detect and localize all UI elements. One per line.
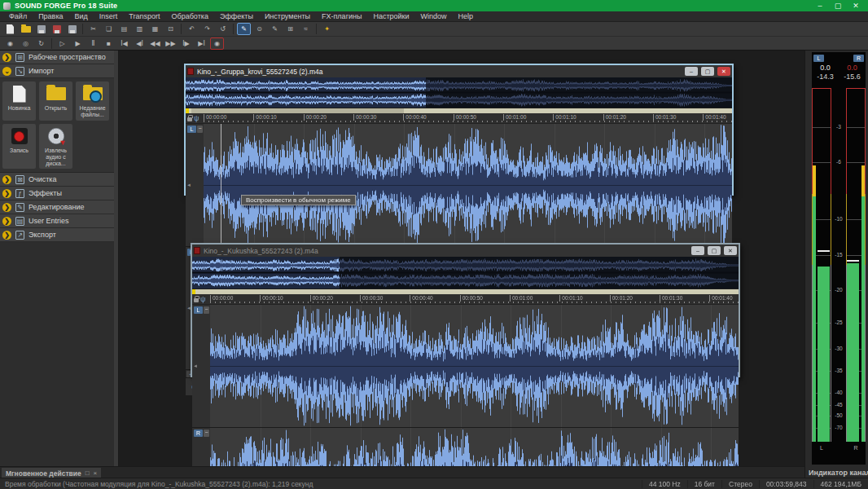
- loop-start-marker[interactable]: [192, 289, 195, 294]
- doc-title-bar[interactable]: Kino_-_Gruppa_krovi_55527245 (2).m4a–▢✕: [186, 65, 732, 77]
- menu-1[interactable]: Файл: [3, 11, 33, 22]
- menu-8[interactable]: Инструменты: [259, 11, 316, 22]
- new-file-icon[interactable]: [3, 23, 17, 35]
- next-marker-icon[interactable]: Ⅰ▶: [179, 37, 193, 50]
- go-to-start-icon[interactable]: Ⅰ◀: [117, 37, 131, 50]
- document-window-1[interactable]: Kino_-_Gruppa_krovi_55527245 (2).m4a–▢✕ψ…: [184, 64, 734, 196]
- tuning-fork-icon[interactable]: ψ: [194, 115, 199, 122]
- chevron-right-icon[interactable]: ❯: [2, 231, 11, 240]
- play-all-icon[interactable]: ▷: [55, 37, 69, 50]
- play-icon[interactable]: ▶: [71, 37, 85, 50]
- chevron-down-icon[interactable]: ⌄: [2, 67, 11, 76]
- menu-7[interactable]: Эффекты: [214, 11, 259, 22]
- stop-icon[interactable]: ■: [102, 37, 116, 50]
- undo-icon[interactable]: ↶: [185, 23, 199, 35]
- loop-start-marker[interactable]: [186, 108, 189, 113]
- chevron-right-icon[interactable]: ❯: [2, 217, 11, 226]
- forward-icon[interactable]: ▶▶: [164, 37, 178, 50]
- sidebar-section-2[interactable]: ⌄↘Импорт: [0, 64, 114, 78]
- time-ruler[interactable]: ψ00:00:0000:00:1000:00:2000:00:3000:00:4…: [192, 294, 739, 305]
- doc-maximize-button[interactable]: ▢: [708, 246, 721, 255]
- loop-region-bar[interactable]: [192, 289, 739, 294]
- sidebar-section-7[interactable]: ❯↗Экспорт: [0, 228, 114, 242]
- sidebar-section-5[interactable]: ❯✎Редактирование: [0, 200, 114, 214]
- loop-playback-icon[interactable]: ◎: [19, 37, 33, 50]
- rewind-icon[interactable]: ◀◀: [148, 37, 162, 50]
- overview-waveform[interactable]: [192, 257, 739, 289]
- prev-marker-icon[interactable]: ◀Ⅰ: [133, 37, 147, 50]
- doc-minimize-button[interactable]: –: [685, 67, 698, 76]
- lock-icon[interactable]: [194, 298, 199, 302]
- envelope-tool-icon[interactable]: ≈: [299, 23, 313, 35]
- sidebar-section-6[interactable]: ❯▤User Entries: [0, 214, 114, 228]
- hand-tool-icon[interactable]: ✦: [320, 23, 334, 35]
- channel-minimize-button[interactable]: −: [204, 306, 209, 314]
- minimize-button[interactable]: –: [811, 2, 829, 10]
- menu-4[interactable]: Insert: [94, 11, 124, 22]
- chevron-right-icon[interactable]: ❯: [2, 53, 11, 62]
- pencil-tool-icon[interactable]: ✎: [268, 23, 282, 35]
- go-to-end-icon[interactable]: ▶Ⅰ: [195, 37, 208, 50]
- channel-fader-handle[interactable]: ◄: [193, 363, 198, 368]
- selection-tool-icon[interactable]: ⊞: [283, 23, 297, 35]
- doc-minimize-button[interactable]: –: [691, 246, 704, 255]
- doc-title-bar[interactable]: Kino_-_Kukushka_55527243 (2).m4a–▢✕: [192, 244, 739, 257]
- channel-minimize-button[interactable]: −: [197, 126, 203, 133]
- sidebar-section-3[interactable]: ❯⊠Очистка: [0, 173, 114, 187]
- chevron-right-icon[interactable]: ❯: [2, 189, 11, 198]
- waveform-canvas[interactable]: [210, 305, 739, 427]
- repeat-icon[interactable]: ↺: [216, 23, 230, 35]
- edit-tool-icon[interactable]: ✎: [237, 23, 251, 35]
- loop-region-bar[interactable]: [186, 108, 732, 113]
- menu-9[interactable]: FX-плагины: [316, 11, 367, 22]
- sidebar-scrollbar[interactable]: [114, 51, 119, 466]
- sidebar-section-4[interactable]: ❯ƒЭффекты: [0, 187, 114, 200]
- import-tile-5[interactable]: Извлечь аудио с диска...: [39, 124, 72, 169]
- lock-icon[interactable]: [187, 117, 192, 121]
- overview-waveform[interactable]: [186, 77, 732, 108]
- open-icon[interactable]: [19, 23, 33, 35]
- magnify-tool-icon[interactable]: ⊙: [252, 23, 266, 35]
- time-ruler[interactable]: ψ00:00:0000:00:1000:00:2000:00:3000:00:4…: [186, 113, 732, 124]
- save-all-icon[interactable]: [65, 23, 79, 35]
- channel-fader-handle[interactable]: ◄: [186, 183, 191, 187]
- paste-icon[interactable]: ▤: [117, 23, 131, 35]
- channel-button-r[interactable]: R: [194, 430, 203, 437]
- record-remote-icon[interactable]: ◉: [210, 37, 224, 50]
- meter-right-button[interactable]: R: [853, 55, 864, 62]
- close-button[interactable]: ✕: [847, 2, 865, 10]
- chevron-right-icon[interactable]: ❯: [2, 203, 11, 212]
- import-tile-1[interactable]: Новинка: [2, 82, 36, 121]
- cut-icon[interactable]: ✂: [86, 23, 100, 35]
- doc-close-button[interactable]: ✕: [724, 246, 737, 255]
- save-as-icon[interactable]: [50, 23, 64, 35]
- menu-5[interactable]: Transport: [123, 11, 165, 22]
- pause-icon[interactable]: Ⅱ: [86, 37, 100, 50]
- menu-6[interactable]: Обработка: [166, 11, 214, 22]
- chevron-right-icon[interactable]: ❯: [2, 175, 11, 184]
- tuning-fork-icon[interactable]: ψ: [200, 296, 205, 303]
- copy-icon[interactable]: ❏: [102, 23, 116, 35]
- record-icon[interactable]: ◉: [3, 37, 17, 50]
- doc-close-button[interactable]: ✕: [717, 67, 730, 76]
- import-tile-4[interactable]: Запись: [2, 124, 36, 169]
- menu-10[interactable]: Настройки: [367, 11, 414, 22]
- channel-button-l[interactable]: L: [194, 306, 203, 314]
- channel-minimize-button[interactable]: −: [204, 430, 209, 437]
- menu-2[interactable]: Правка: [33, 11, 68, 22]
- title-bar[interactable]: SOUND FORGE Pro 18 Suite – ▢ ✕: [0, 0, 868, 11]
- menu-3[interactable]: Вид: [69, 11, 94, 22]
- save-icon[interactable]: [34, 23, 48, 35]
- sidebar-section-1[interactable]: ❯⊞Рабочее пространство: [0, 51, 114, 64]
- waveform-canvas[interactable]: [204, 124, 732, 246]
- menu-12[interactable]: Help: [453, 11, 480, 22]
- document-window-2[interactable]: Kino_-_Kukushka_55527243 (2).m4a–▢✕ψ00:0…: [191, 243, 740, 377]
- maximize-button[interactable]: ▢: [829, 2, 847, 10]
- import-tile-2[interactable]: Открыть: [39, 82, 72, 121]
- trim-icon[interactable]: ⊡: [164, 23, 178, 35]
- import-tile-3[interactable]: Недавние файлы...: [76, 82, 109, 121]
- paste-special-icon[interactable]: ▦: [148, 23, 162, 35]
- menu-11[interactable]: Window: [415, 11, 453, 22]
- mix-icon[interactable]: ▥: [133, 23, 147, 35]
- close-icon[interactable]: ×: [94, 469, 98, 477]
